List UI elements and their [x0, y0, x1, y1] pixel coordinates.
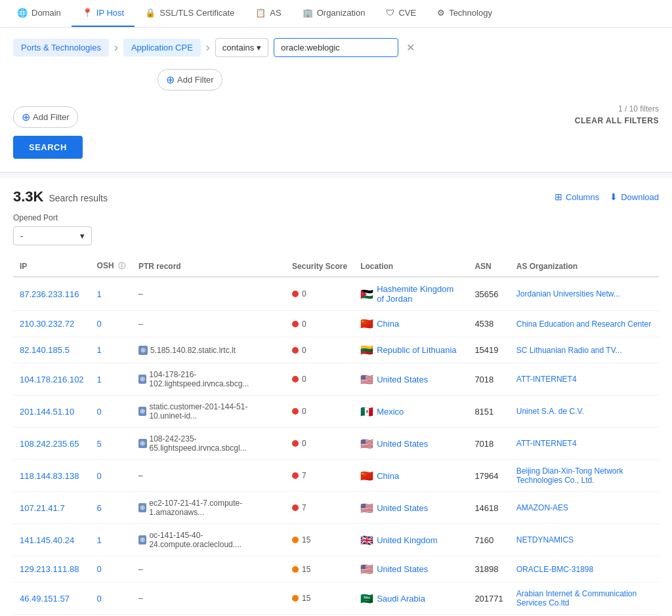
country-link[interactable]: Saudi Arabia	[377, 594, 425, 604]
search-button[interactable]: SEARCH	[13, 136, 83, 159]
ip-link[interactable]: 201.144.51.10	[20, 407, 74, 417]
osh-info-icon[interactable]: ⓘ	[118, 262, 125, 270]
location-cell: 🇨🇳 China	[354, 460, 468, 492]
columns-button[interactable]: ⊞ Columns	[555, 192, 599, 202]
country-link[interactable]: United States	[377, 375, 428, 384]
ptr-cell: ⊕ static.customer-201-144-51-10.uninet-i…	[132, 396, 285, 428]
ptr-cell: ⊕ 5.185.140.82.static.lrtc.lt	[132, 337, 285, 363]
score-value: 0	[302, 375, 306, 384]
score-value: 15	[302, 535, 310, 544]
add-filter-main-button[interactable]: ⊕ Add Filter	[13, 106, 78, 128]
score-cell: 0	[285, 337, 354, 363]
ip-cell: 118.144.83.138	[13, 460, 91, 492]
ip-link[interactable]: 87.236.233.116	[20, 289, 79, 299]
org-link[interactable]: ATT-INTERNET4	[516, 375, 577, 384]
tab-ssl-label: SSL/TLS Certificate	[159, 8, 234, 18]
org-cell: Arabian Internet & Communication Service…	[510, 583, 659, 615]
country-link[interactable]: Hashemite Kingdom of Jordan	[377, 284, 461, 304]
org-link[interactable]: Jordanian Universities Netw...	[516, 289, 620, 298]
country-link[interactable]: China	[377, 319, 399, 329]
country-link[interactable]: United States	[377, 503, 428, 513]
port-dropdown-icon: ▾	[80, 231, 85, 241]
location-cell: 🇯🇴 Hashemite Kingdom of Jordan	[354, 277, 468, 311]
chevron-down-icon: ▾	[257, 43, 261, 52]
results-table: IP OSH ⓘ PTR record Security Score Locat…	[13, 256, 659, 616]
download-button[interactable]: ⬇ Download	[610, 192, 659, 202]
asn-cell: 35656	[468, 277, 509, 311]
table-row: 46.49.151.57 0 – 15 🇸🇦 Saudi Arabia 2017…	[13, 583, 659, 615]
clear-all-filters-button[interactable]: CLEAR ALL FILTERS	[575, 116, 659, 125]
org-link[interactable]: AMAZON-AES	[516, 503, 568, 512]
table-row: 87.236.233.116 1 – 0 🇯🇴 Hashemite Kingdo…	[13, 277, 659, 311]
ip-link[interactable]: 46.49.151.57	[20, 594, 70, 604]
org-cell: ATT-INTERNET4	[510, 428, 659, 460]
ptr-link[interactable]: ⊕ oc-141-145-40-24.compute.oraclecloud..…	[138, 531, 279, 549]
asn-cell: 7160	[468, 524, 509, 556]
ip-link[interactable]: 82.140.185.5	[20, 345, 70, 355]
ip-link[interactable]: 118.144.83.138	[20, 471, 79, 481]
ip-link[interactable]: 104.178.216.102	[20, 375, 84, 384]
ip-cell: 210.30.232.72	[13, 311, 91, 337]
ip-link[interactable]: 210.30.232.72	[20, 319, 74, 329]
tabs-bar: 🌐 Domain 📍 IP Host 🔒 SSL/TLS Certificate…	[0, 0, 672, 28]
asn-cell: 17964	[468, 460, 509, 492]
country-link[interactable]: United States	[377, 439, 428, 449]
ip-link[interactable]: 129.213.111.88	[20, 564, 79, 574]
tab-ip-host[interactable]: 📍 IP Host	[72, 0, 135, 27]
ip-link[interactable]: 107.21.41.7	[20, 503, 65, 513]
filter-bottom-right: 1 / 10 filters CLEAR ALL FILTERS	[575, 104, 659, 125]
score-dot	[292, 472, 299, 479]
ptr-link[interactable]: ⊕ ec2-107-21-41-7.compute-1.amazonaws...	[138, 499, 279, 517]
org-link[interactable]: SC Lithuanian Radio and TV...	[516, 346, 622, 355]
col-asn: ASN	[468, 256, 509, 277]
org-link[interactable]: China Education and Research Center	[516, 319, 651, 329]
filter-contains-dropdown[interactable]: contains ▾	[215, 38, 268, 57]
osh-cell: 1	[91, 277, 132, 311]
country-link[interactable]: Republic of Lithuania	[377, 345, 456, 355]
score-value: 0	[302, 439, 306, 448]
tab-ssl-tls[interactable]: 🔒 SSL/TLS Certificate	[135, 0, 245, 27]
tab-domain[interactable]: 🌐 Domain	[7, 0, 72, 27]
search-row: SEARCH	[13, 136, 659, 159]
org-cell: Uninet S.A. de C.V.	[510, 396, 659, 428]
tab-tech-label: Technology	[449, 8, 492, 18]
ptr-icon: ⊕	[138, 375, 146, 384]
score-dot	[292, 321, 299, 327]
location-cell: 🇸🇦 Saudi Arabia	[354, 583, 468, 615]
org-link[interactable]: Beijing Dian-Xin-Tong Network Technologi…	[516, 466, 623, 485]
ptr-link[interactable]: ⊕ 5.185.140.82.static.lrtc.lt	[138, 346, 279, 355]
tech-icon: ⚙	[437, 8, 445, 18]
port-select[interactable]: - ▾	[13, 226, 92, 245]
tab-cve[interactable]: 🛡 CVE	[375, 0, 427, 27]
tab-as[interactable]: 📋 AS	[245, 0, 291, 27]
org-link[interactable]: ATT-INTERNET4	[516, 439, 577, 448]
org-link[interactable]: Arabian Internet & Communication Service…	[516, 589, 637, 607]
score-cell: 15	[285, 556, 354, 583]
country-link[interactable]: China	[377, 471, 399, 481]
org-cell: SC Lithuanian Radio and TV...	[510, 337, 659, 363]
ip-link[interactable]: 141.145.40.24	[20, 535, 74, 545]
ptr-link[interactable]: ⊕ static.customer-201-144-51-10.uninet-i…	[138, 402, 279, 421]
add-filter-inner-button[interactable]: ⊕ Add Filter	[158, 69, 222, 91]
score-dot	[292, 408, 299, 415]
ip-link[interactable]: 108.242.235.65	[20, 439, 79, 449]
col-ip: IP	[13, 256, 91, 277]
org-link[interactable]: Uninet S.A. de C.V.	[516, 407, 584, 416]
org-link[interactable]: ORACLE-BMC-31898	[516, 565, 593, 574]
country-link[interactable]: United Kingdom	[377, 535, 438, 545]
filter-clear-button[interactable]: ✕	[404, 41, 417, 54]
score-value: 0	[302, 289, 306, 298]
filter-row-add-inner: ⊕ Add Filter	[158, 64, 659, 91]
ptr-link[interactable]: ⊕ 108-242-235-65.lightspeed.irvnca.sbcgl…	[138, 434, 279, 453]
ptr-link[interactable]: ⊕ 104-178-216-102.lightspeed.irvnca.sbcg…	[138, 370, 279, 388]
country-link[interactable]: Mexico	[377, 407, 404, 417]
ptr-icon: ⊕	[138, 535, 146, 544]
ptr-cell: –	[132, 277, 285, 311]
country-link[interactable]: United States	[377, 564, 428, 574]
filter-value-input[interactable]	[274, 38, 398, 57]
tab-technology[interactable]: ⚙ Technology	[427, 0, 503, 27]
tab-organization[interactable]: 🏢 Organization	[292, 0, 376, 27]
org-cell: Beijing Dian-Xin-Tong Network Technologi…	[510, 460, 659, 492]
org-link[interactable]: NETDYNAMICS	[516, 535, 574, 544]
table-row: 129.213.111.88 0 – 15 🇺🇸 United States 3…	[13, 556, 659, 583]
